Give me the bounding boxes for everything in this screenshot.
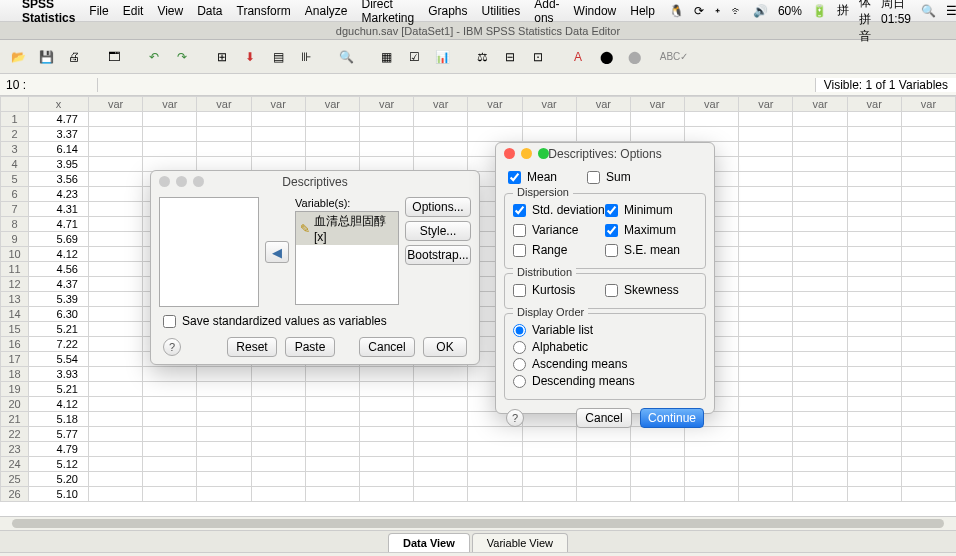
column-header-var[interactable]: var <box>414 97 468 112</box>
cell[interactable] <box>901 427 955 442</box>
cell[interactable] <box>739 412 793 427</box>
cell[interactable] <box>793 217 847 232</box>
cell[interactable] <box>359 382 413 397</box>
cell[interactable] <box>901 217 955 232</box>
row-header[interactable]: 18 <box>1 367 29 382</box>
cell[interactable] <box>739 367 793 382</box>
ok-button[interactable]: OK <box>423 337 467 357</box>
cell[interactable] <box>89 352 143 367</box>
cell[interactable] <box>901 247 955 262</box>
cell[interactable] <box>847 367 901 382</box>
cell[interactable] <box>901 457 955 472</box>
cell[interactable] <box>197 142 251 157</box>
cell[interactable] <box>739 382 793 397</box>
minimize-icon[interactable] <box>176 176 187 187</box>
mean-checkbox[interactable] <box>508 171 521 184</box>
column-header-var[interactable]: var <box>468 97 522 112</box>
cell[interactable]: 4.56 <box>29 262 89 277</box>
cell[interactable] <box>359 112 413 127</box>
cell[interactable] <box>251 127 305 142</box>
cell[interactable] <box>143 472 197 487</box>
row-header[interactable]: 8 <box>1 217 29 232</box>
help-button[interactable]: ? <box>506 409 524 427</box>
cell[interactable] <box>793 187 847 202</box>
cell[interactable] <box>305 142 359 157</box>
column-header-var[interactable]: var <box>359 97 413 112</box>
cell[interactable] <box>847 457 901 472</box>
cell[interactable] <box>901 397 955 412</box>
variable-item[interactable]: ✎血清总胆固醇 [x] <box>296 212 398 245</box>
redo-icon[interactable]: ↷ <box>170 45 194 69</box>
cell[interactable] <box>143 382 197 397</box>
cell[interactable] <box>847 172 901 187</box>
column-header-var[interactable]: var <box>847 97 901 112</box>
cell[interactable] <box>251 412 305 427</box>
table-row[interactable]: 255.20 <box>1 472 956 487</box>
cell[interactable] <box>739 472 793 487</box>
cell[interactable] <box>468 487 522 502</box>
column-header-var[interactable]: var <box>251 97 305 112</box>
cell[interactable] <box>414 142 468 157</box>
cell[interactable] <box>576 472 630 487</box>
cell[interactable] <box>89 487 143 502</box>
column-header-var[interactable]: var <box>197 97 251 112</box>
cell[interactable] <box>468 457 522 472</box>
cell[interactable] <box>847 442 901 457</box>
cell[interactable] <box>576 112 630 127</box>
cell[interactable] <box>739 487 793 502</box>
goto-case-icon[interactable]: ⊞ <box>210 45 234 69</box>
cell[interactable] <box>901 187 955 202</box>
cell[interactable] <box>305 112 359 127</box>
cell[interactable] <box>793 427 847 442</box>
column-header-x[interactable]: x <box>29 97 89 112</box>
cell[interactable]: 7.22 <box>29 337 89 352</box>
cell[interactable] <box>414 112 468 127</box>
cell[interactable] <box>414 457 468 472</box>
cell[interactable] <box>793 487 847 502</box>
cell[interactable] <box>251 142 305 157</box>
cell[interactable] <box>197 472 251 487</box>
cell[interactable]: 5.54 <box>29 352 89 367</box>
cell[interactable] <box>793 367 847 382</box>
cell[interactable] <box>89 232 143 247</box>
cell[interactable] <box>847 352 901 367</box>
cell[interactable] <box>901 112 955 127</box>
cell[interactable] <box>630 457 684 472</box>
cell[interactable] <box>359 367 413 382</box>
cell[interactable] <box>901 337 955 352</box>
continue-button[interactable]: Continue <box>640 408 704 428</box>
cell[interactable] <box>793 412 847 427</box>
cell[interactable] <box>793 127 847 142</box>
cell[interactable] <box>847 397 901 412</box>
variable-list-radio[interactable] <box>513 324 526 337</box>
column-header-var[interactable]: var <box>685 97 739 112</box>
cell[interactable] <box>630 472 684 487</box>
menu-file[interactable]: File <box>89 4 108 18</box>
cell[interactable] <box>901 472 955 487</box>
cell[interactable] <box>305 382 359 397</box>
cell[interactable] <box>143 442 197 457</box>
print-icon[interactable]: 🖨 <box>62 45 86 69</box>
cell[interactable]: 5.21 <box>29 322 89 337</box>
cell[interactable] <box>197 457 251 472</box>
cell[interactable] <box>793 442 847 457</box>
options-button[interactable]: Options... <box>405 197 471 217</box>
row-header[interactable]: 9 <box>1 232 29 247</box>
cell-reference[interactable]: 10 : <box>0 78 98 92</box>
table-row[interactable]: 234.79 <box>1 442 956 457</box>
weight-icon[interactable]: ⚖ <box>470 45 494 69</box>
cell[interactable] <box>847 307 901 322</box>
cell[interactable] <box>739 292 793 307</box>
row-header[interactable]: 20 <box>1 397 29 412</box>
cell[interactable] <box>89 397 143 412</box>
cell[interactable] <box>89 142 143 157</box>
cell[interactable] <box>197 427 251 442</box>
column-header-var[interactable]: var <box>305 97 359 112</box>
column-header-var[interactable]: var <box>630 97 684 112</box>
cell[interactable] <box>522 442 576 457</box>
cell[interactable] <box>89 457 143 472</box>
cell[interactable] <box>793 142 847 157</box>
cell[interactable] <box>576 442 630 457</box>
cell[interactable] <box>414 412 468 427</box>
find-icon[interactable]: 🔍 <box>334 45 358 69</box>
